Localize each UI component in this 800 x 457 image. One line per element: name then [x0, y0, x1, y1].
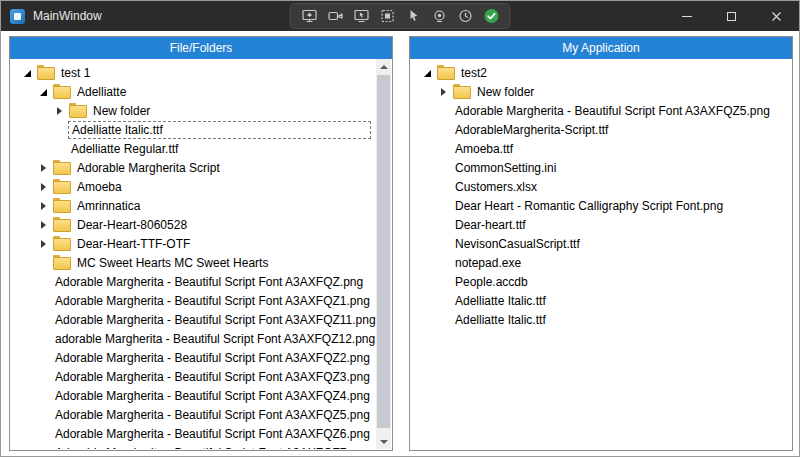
close-button[interactable]: [754, 1, 799, 31]
expander-spacer: [439, 296, 449, 306]
tree-item-label: Adorable Margherita - Beautiful Script F…: [52, 274, 366, 290]
region-capture-icon[interactable]: [376, 5, 399, 27]
minimize-icon: [682, 16, 692, 17]
tree-item[interactable]: Dear-Heart-TTF-OTF: [11, 234, 376, 253]
tree-item[interactable]: Adorable Margherita - Beautiful Script F…: [11, 405, 376, 424]
tree-item[interactable]: Adelliatte Italic.ttf: [11, 120, 376, 139]
tree-item[interactable]: Dear-Heart-8060528: [11, 215, 376, 234]
tree-item[interactable]: Dear Heart - Romantic Calligraphy Script…: [411, 196, 791, 215]
scroll-down-icon[interactable]: [376, 434, 391, 449]
tree-item[interactable]: test2: [411, 63, 791, 82]
expander-collapsed-icon[interactable]: [39, 182, 49, 192]
tree-item[interactable]: Adorable Margherita - Beautiful Script F…: [11, 424, 376, 443]
tree-item-label: Adorable Margherita - Beautiful Script F…: [52, 350, 373, 366]
expander-spacer: [39, 448, 49, 450]
tree-item[interactable]: New folder: [11, 101, 376, 120]
expander-spacer: [439, 239, 449, 249]
tree-item[interactable]: Adorable Margherita - Beautiful Script F…: [11, 367, 376, 386]
expander-spacer: [39, 410, 49, 420]
folder-icon: [53, 86, 69, 98]
tree-item-label: Adelliatte Italic.ttf: [452, 293, 549, 309]
tree-item[interactable]: Adorable Margherita - Beautiful Script F…: [11, 386, 376, 405]
scroll-thumb[interactable]: [377, 75, 390, 428]
tree-item[interactable]: Dear-heart.ttf: [411, 215, 791, 234]
timer-icon[interactable]: [454, 5, 477, 27]
tree-item[interactable]: Adelliatte Italic.ttf: [411, 291, 791, 310]
tree-item-label: Adorable Margherita - Beautiful Script F…: [52, 388, 373, 404]
tree-item[interactable]: AdorableMargherita-Script.ttf: [411, 120, 791, 139]
screen-record-icon[interactable]: [298, 5, 321, 27]
tree-item-label: Dear-Heart-TTF-OTF: [74, 236, 193, 252]
expander-spacer: [439, 277, 449, 287]
tree-item[interactable]: People.accdb: [411, 272, 791, 291]
expander-collapsed-icon[interactable]: [39, 201, 49, 211]
tree-item-label: Amrinnatica: [74, 198, 143, 214]
expander-collapsed-icon[interactable]: [39, 239, 49, 249]
tree-item[interactable]: Adorable Margherita - Beautiful Script F…: [411, 101, 791, 120]
tree-item-label: Adelliatte: [74, 84, 129, 100]
expander-spacer: [55, 144, 65, 154]
tree-item[interactable]: test 1: [11, 63, 376, 82]
expander-spacer: [39, 429, 49, 439]
tree-item[interactable]: Adorable Margherita - Beautiful Script F…: [11, 291, 376, 310]
tree-item-label: Dear Heart - Romantic Calligraphy Script…: [452, 198, 726, 214]
expander-collapsed-icon[interactable]: [439, 87, 449, 97]
expander-collapsed-icon[interactable]: [55, 106, 65, 116]
webcam-icon[interactable]: [428, 5, 451, 27]
folder-icon: [53, 219, 69, 231]
screen-share-icon[interactable]: [350, 5, 373, 27]
folder-icon: [37, 67, 53, 79]
tree-item[interactable]: Adorable Margherita - Beautiful Script F…: [11, 443, 376, 449]
expander-collapsed-icon[interactable]: [39, 220, 49, 230]
tree-item[interactable]: Amrinnatica: [11, 196, 376, 215]
expander-expanded-icon[interactable]: [39, 87, 49, 97]
tree-item[interactable]: MC Sweet Hearts MC Sweet Hearts: [11, 253, 376, 272]
tree-item-label: Adorable Margherita Script: [74, 160, 223, 176]
expander-spacer: [439, 220, 449, 230]
tree-item[interactable]: Adorable Margherita - Beautiful Script F…: [11, 272, 376, 291]
tree-item-label: Amoeba: [74, 179, 125, 195]
tree-item-label: Adorable Margherita - Beautiful Script F…: [52, 312, 376, 328]
tree-item[interactable]: Adelliatte Regular.ttf: [11, 139, 376, 158]
expander-spacer: [39, 353, 49, 363]
tree-item-label: Adorable Margherita - Beautiful Script F…: [52, 369, 373, 385]
expander-spacer: [439, 144, 449, 154]
tree-item-label: Adorable Margherita - Beautiful Script F…: [52, 407, 373, 423]
left-tree-scrollbar[interactable]: [376, 59, 391, 449]
tree-item-label: Adelliatte Italic.ttf: [452, 312, 549, 328]
folder-icon: [53, 162, 69, 174]
right-panel: My Application test2New folderAdorable M…: [409, 36, 793, 451]
tree-item[interactable]: CommonSetting.ini: [411, 158, 791, 177]
left-panel-title: File/Folders: [170, 41, 233, 55]
tree-item[interactable]: Amoeba.ttf: [411, 139, 791, 158]
expander-expanded-icon[interactable]: [23, 68, 33, 78]
left-panel: File/Folders test 1AdelliatteNew folderA…: [9, 36, 393, 451]
minimize-button[interactable]: [664, 1, 709, 31]
tree-item[interactable]: Adelliatte: [11, 82, 376, 101]
scroll-up-icon[interactable]: [376, 59, 391, 74]
expander-spacer: [39, 391, 49, 401]
tree-item[interactable]: Adorable Margherita Script: [11, 158, 376, 177]
maximize-button[interactable]: [709, 1, 754, 31]
cursor-icon[interactable]: [402, 5, 425, 27]
confirm-icon[interactable]: [480, 5, 503, 27]
left-tree: test 1AdelliatteNew folderAdelliatte Ita…: [11, 59, 376, 449]
tree-item[interactable]: Customers.xlsx: [411, 177, 791, 196]
tree-item[interactable]: Amoeba: [11, 177, 376, 196]
tree-item-label: Amoeba.ttf: [452, 141, 516, 157]
tree-item-label: Dear-heart.ttf: [452, 217, 529, 233]
tree-item[interactable]: Adelliatte Italic.ttf: [411, 310, 791, 329]
tree-item-label: CommonSetting.ini: [452, 160, 559, 176]
expander-expanded-icon[interactable]: [423, 68, 433, 78]
tree-item-label: notepad.exe: [452, 255, 524, 271]
video-camera-icon[interactable]: [324, 5, 347, 27]
tree-item[interactable]: NevisonCasualScript.ttf: [411, 234, 791, 253]
tree-item[interactable]: notepad.exe: [411, 253, 791, 272]
tree-item[interactable]: Adorable Margherita - Beautiful Script F…: [11, 348, 376, 367]
window-title: MainWindow: [33, 9, 102, 23]
tree-item[interactable]: New folder: [411, 82, 791, 101]
tree-item[interactable]: adorable Margherita - Beautiful Script F…: [11, 329, 376, 348]
expander-spacer: [439, 182, 449, 192]
expander-collapsed-icon[interactable]: [39, 163, 49, 173]
tree-item[interactable]: Adorable Margherita - Beautiful Script F…: [11, 310, 376, 329]
